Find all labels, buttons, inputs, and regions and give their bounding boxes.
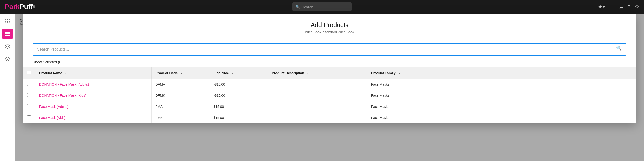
header-product-code[interactable]: Product Code ▼: [152, 67, 210, 79]
header-product-description[interactable]: Product Description ▼: [268, 67, 367, 79]
sort-desc-icon: ▼: [306, 72, 310, 75]
product-search-icon: 🔍: [616, 45, 622, 51]
row-product-code: DFMK: [152, 90, 210, 101]
global-search-wrapper: 🔍: [292, 2, 352, 11]
help-icon[interactable]: ?: [628, 4, 630, 10]
header-checkbox-cell: [23, 67, 35, 79]
sidebar-layer1-icon[interactable]: [2, 41, 13, 52]
table-row: Face Mask (Kids)FMK$15.00Face Masks: [23, 112, 636, 123]
row-product-family: Face Masks: [367, 90, 636, 101]
svg-point-3: [5, 21, 6, 22]
modal-title: Add Products: [33, 21, 626, 29]
row-product-description: [268, 101, 367, 112]
svg-point-7: [7, 22, 8, 23]
product-search-wrapper: 🔍: [23, 38, 636, 58]
row-list-price: $15.00: [210, 101, 268, 112]
row-product-code: DFMA: [152, 79, 210, 90]
product-name-link[interactable]: Face Mask (Kids): [39, 116, 66, 120]
svg-point-1: [7, 19, 8, 20]
row-checkbox-3[interactable]: [27, 115, 31, 119]
sort-family-icon: ▼: [398, 72, 401, 75]
svg-rect-10: [5, 33, 10, 34]
brand-reg: ®: [33, 5, 35, 9]
svg-point-6: [5, 22, 6, 23]
svg-marker-12: [5, 44, 10, 47]
product-name-link[interactable]: DONATION - Face Mask (Kids): [39, 94, 86, 97]
table-row: Face Mask (Adults)FMA$15.00Face Masks: [23, 101, 636, 112]
svg-point-4: [7, 21, 8, 22]
select-all-checkbox[interactable]: [27, 71, 31, 74]
row-product-name: DONATION - Face Mask (Kids): [35, 90, 152, 101]
row-product-description: [268, 79, 367, 90]
row-product-name: Face Mask (Adults): [35, 101, 152, 112]
svg-point-0: [5, 19, 6, 20]
row-product-family: Face Masks: [367, 112, 636, 123]
add-products-modal: Add Products Price Book: Standard Price …: [23, 13, 636, 123]
row-product-code: FMK: [152, 112, 210, 123]
row-product-family: Face Masks: [367, 101, 636, 112]
row-product-description: [268, 90, 367, 101]
row-checkbox-1[interactable]: [27, 93, 31, 97]
row-product-description: [268, 112, 367, 123]
product-table-wrapper: Product Name ▼ Product Code ▼ List Price…: [23, 67, 636, 123]
add-icon[interactable]: ＋: [609, 4, 614, 10]
product-search-input[interactable]: [33, 43, 626, 56]
product-table: Product Name ▼ Product Code ▼ List Price…: [23, 67, 636, 123]
header-list-price[interactable]: List Price ▼: [210, 67, 268, 79]
sidebar-layer2-icon[interactable]: [2, 54, 13, 64]
brand-puff: Puff: [20, 3, 33, 11]
row-product-code: FMA: [152, 101, 210, 112]
table-row: DONATION - Face Mask (Kids)DFMK-$15.00Fa…: [23, 90, 636, 101]
sort-price-icon: ▼: [231, 72, 234, 75]
modal-overlay: Add Products Price Book: Standard Price …: [15, 13, 644, 161]
svg-rect-9: [5, 32, 10, 33]
left-sidebar: [0, 13, 15, 161]
settings-icon[interactable]: ⚙: [635, 4, 639, 10]
row-checkbox-cell: [23, 101, 35, 112]
row-list-price: -$15.00: [210, 79, 268, 90]
row-checkbox-cell: [23, 90, 35, 101]
row-checkbox-cell: [23, 79, 35, 90]
favorites-icon[interactable]: ★▾: [598, 4, 605, 10]
modal-subtitle: Price Book: Standard Price Book: [33, 30, 626, 34]
row-checkbox-cell: [23, 112, 35, 123]
svg-point-2: [9, 19, 10, 20]
sidebar-apps-icon[interactable]: [2, 16, 13, 27]
nav-right-icons: ★▾ ＋ ☁ ? ⚙: [598, 4, 639, 10]
svg-point-8: [9, 22, 10, 23]
modal-header: Add Products Price Book: Standard Price …: [23, 13, 636, 38]
table-header-row: Product Name ▼ Product Code ▼ List Price…: [23, 67, 636, 79]
svg-point-5: [9, 21, 10, 22]
row-product-family: Face Masks: [367, 79, 636, 90]
row-checkbox-0[interactable]: [27, 82, 31, 86]
show-selected-label[interactable]: Show Selected (0): [23, 58, 636, 67]
brand-logo: Park Puff ®: [5, 3, 35, 11]
row-product-name: DONATION - Face Mask (Adults): [35, 79, 152, 90]
row-product-name: Face Mask (Kids): [35, 112, 152, 123]
sort-name-icon: ▼: [64, 72, 67, 75]
global-search-input[interactable]: [292, 2, 352, 11]
sidebar-main-icon[interactable]: [2, 28, 13, 39]
row-checkbox-2[interactable]: [27, 104, 31, 108]
cloud-icon[interactable]: ☁: [618, 4, 624, 10]
svg-rect-11: [5, 35, 10, 36]
product-name-link[interactable]: DONATION - Face Mask (Adults): [39, 82, 89, 86]
product-name-link[interactable]: Face Mask (Adults): [39, 105, 68, 109]
svg-marker-13: [5, 57, 10, 60]
brand-park: Park: [5, 3, 20, 11]
header-product-name[interactable]: Product Name ▼: [35, 67, 152, 79]
top-navigation: Park Puff ® 🔍 ★▾ ＋ ☁ ? ⚙: [0, 0, 644, 13]
row-list-price: -$15.00: [210, 90, 268, 101]
header-product-family[interactable]: Product Family ▼: [367, 67, 636, 79]
sort-code-icon: ▼: [180, 72, 183, 75]
global-search-icon: 🔍: [295, 4, 300, 9]
table-row: DONATION - Face Mask (Adults)DFMA-$15.00…: [23, 79, 636, 90]
row-list-price: $15.00: [210, 112, 268, 123]
